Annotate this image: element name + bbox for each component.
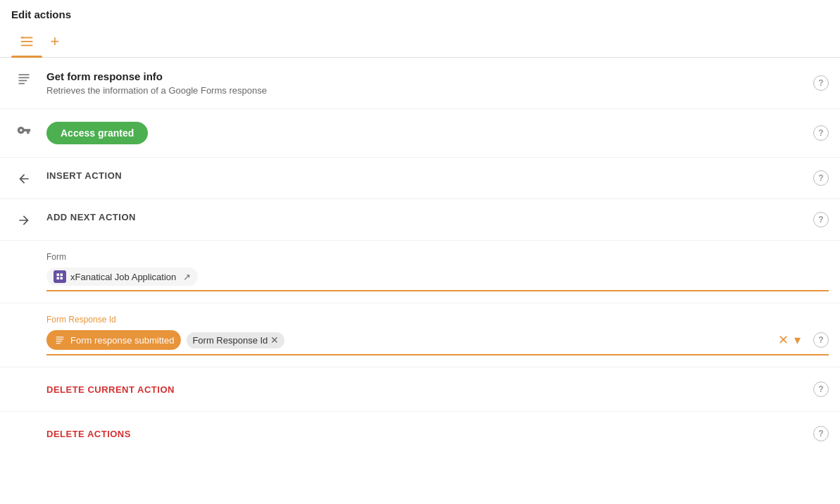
response-id-chip: Form Response Id ✕ <box>187 332 284 348</box>
get-form-help-icon[interactable]: ? <box>813 75 829 91</box>
form-icon <box>11 72 37 86</box>
clear-response-button[interactable]: ✕ <box>778 332 789 348</box>
form-response-section: Form Response Id Form response submitted… <box>0 303 840 367</box>
insert-action-help-icon[interactable]: ? <box>813 170 829 186</box>
delete-current-action-label[interactable]: DELETE CURRENT ACTION <box>46 384 806 395</box>
grid-icon <box>56 272 64 281</box>
form-chip[interactable]: xFanatical Job Application ↗ <box>46 267 198 286</box>
delete-current-help-icon[interactable]: ? <box>813 382 829 397</box>
content-area: Get form response info Retrieves the inf… <box>0 58 840 455</box>
response-field-actions: ✕ ▾ <box>778 332 801 348</box>
svg-rect-7 <box>19 83 25 84</box>
access-granted-content: Access granted <box>46 122 806 144</box>
svg-rect-14 <box>56 341 62 341</box>
form-chip-icon <box>54 270 66 283</box>
close-response-id-chip-button[interactable]: ✕ <box>270 335 279 345</box>
tab-add-button[interactable]: + <box>42 26 68 57</box>
add-next-action-label: ADD NEXT ACTION <box>46 212 806 222</box>
get-form-response-content: Get form response info Retrieves the inf… <box>46 70 806 96</box>
key-svg-icon <box>17 123 31 137</box>
delete-current-action-row: DELETE CURRENT ACTION ? <box>0 367 840 412</box>
response-help-icon[interactable]: ? <box>813 332 829 348</box>
response-list-icon <box>55 335 65 345</box>
access-granted-help-icon[interactable]: ? <box>813 125 829 141</box>
svg-rect-1 <box>21 41 33 42</box>
get-form-response-title: Get form response info <box>46 70 806 82</box>
add-next-action-content[interactable]: ADD NEXT ACTION <box>46 212 806 222</box>
delete-actions-row: DELETE ACTIONS ? <box>0 412 840 455</box>
get-form-response-subtitle: Retrieves the information of a Google Fo… <box>46 85 806 96</box>
svg-rect-9 <box>61 274 63 277</box>
response-chip-icon <box>54 334 66 346</box>
response-chip[interactable]: Form response submitted <box>46 330 181 350</box>
svg-rect-11 <box>61 277 63 280</box>
form-response-label: Form Response Id <box>46 315 829 325</box>
key-icon <box>11 123 37 137</box>
form-chip-label: xFanatical Job Application <box>70 272 176 282</box>
list-icon <box>19 34 35 49</box>
svg-rect-12 <box>56 336 64 337</box>
form-field-label: Form <box>46 252 829 262</box>
add-next-action-section: ADD NEXT ACTION ? <box>0 199 840 241</box>
response-field-row: Form response submitted Form Response Id… <box>46 330 829 355</box>
svg-rect-2 <box>21 45 33 46</box>
svg-rect-6 <box>19 80 27 82</box>
add-next-action-help-icon[interactable]: ? <box>813 212 829 227</box>
tabs-bar: + <box>0 20 840 58</box>
insert-action-content[interactable]: INSERT ACTION <box>46 170 806 181</box>
form-field-row: xFanatical Job Application ↗ <box>46 267 829 291</box>
access-granted-section: Access granted ? <box>0 109 840 158</box>
add-next-arrow-icon <box>17 213 31 227</box>
tab-list[interactable] <box>11 26 42 57</box>
svg-rect-10 <box>57 277 60 280</box>
access-granted-badge[interactable]: Access granted <box>46 122 148 144</box>
arrow-left-icon <box>11 172 37 186</box>
external-link-icon: ↗ <box>183 272 191 282</box>
arrow-right-icon <box>11 213 37 227</box>
dropdown-response-button[interactable]: ▾ <box>794 332 801 348</box>
list-lines-icon <box>17 72 31 86</box>
page-title: Edit actions <box>0 0 840 20</box>
insert-action-label: INSERT ACTION <box>46 170 806 181</box>
form-field-section: Form xFanatical Job Application ↗ <box>0 241 840 303</box>
delete-actions-label[interactable]: DELETE ACTIONS <box>46 429 806 439</box>
insert-arrow-icon <box>17 172 31 186</box>
delete-actions-help-icon[interactable]: ? <box>813 426 829 441</box>
svg-rect-5 <box>19 77 30 79</box>
svg-rect-4 <box>19 74 30 75</box>
insert-action-section: INSERT ACTION ? <box>0 158 840 199</box>
get-form-response-section: Get form response info Retrieves the inf… <box>0 58 840 109</box>
svg-rect-8 <box>57 274 60 277</box>
svg-rect-3 <box>21 37 24 39</box>
response-id-label: Form Response Id <box>192 335 268 346</box>
svg-rect-13 <box>56 339 64 339</box>
svg-rect-15 <box>56 343 61 344</box>
response-chip-label: Form response submitted <box>70 335 174 346</box>
